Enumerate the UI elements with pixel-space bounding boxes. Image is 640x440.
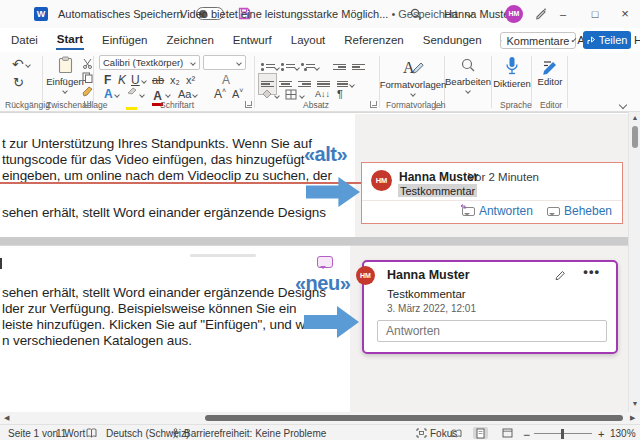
inking-pen-icon[interactable]: [534, 7, 547, 20]
horizontal-scroll-thumb[interactable]: [205, 415, 623, 421]
copy-button[interactable]: [82, 72, 93, 83]
tab-hilfe[interactable]: Hilfe: [633, 32, 640, 48]
word-logo-icon: W: [34, 7, 48, 21]
scroll-left-icon[interactable]: ◀: [4, 414, 9, 422]
format-painter-button[interactable]: [82, 86, 94, 97]
borders-button[interactable]: [285, 89, 297, 100]
comments-button[interactable]: Kommentare: [500, 32, 576, 49]
superscript-button[interactable]: x²: [186, 74, 195, 86]
paste-button[interactable]: Einfügen: [48, 56, 82, 93]
multilevel-list-button[interactable]: [301, 58, 319, 76]
tab-zeichnen[interactable]: Zeichnen: [165, 32, 214, 48]
styles-dialog-launcher[interactable]: [435, 101, 442, 108]
subscript-button[interactable]: x₂: [170, 74, 180, 86]
zoom-level[interactable]: 130%: [610, 428, 636, 439]
vertical-scrollbar[interactable]: ▲ ▼: [628, 112, 640, 412]
new-comments-pane: sehen erhält, stellt Word einander ergän…: [0, 245, 628, 412]
underline-button[interactable]: U: [131, 73, 140, 87]
focus-icon[interactable]: [416, 428, 427, 438]
vertical-scroll-thumb[interactable]: [632, 126, 638, 148]
scroll-up-icon[interactable]: ▲: [632, 114, 639, 121]
ribbon-collapse-chevron[interactable]: [619, 101, 627, 109]
clipboard-dialog-launcher[interactable]: [84, 101, 91, 108]
font-dialog-launcher[interactable]: [245, 101, 252, 108]
strikethrough-button[interactable]: ab: [152, 74, 164, 86]
comment-date: 3. März 2022, 12:01: [387, 303, 476, 314]
bold-button[interactable]: F: [104, 73, 111, 87]
paragraph-dialog-launcher[interactable]: [370, 101, 377, 108]
pane-separator: [0, 237, 640, 245]
document-title[interactable]: Video bietet eine leistungsstarke Möglic…: [180, 8, 410, 20]
align-right-button[interactable]: [298, 75, 311, 93]
zoom-in-button[interactable]: +: [598, 428, 604, 440]
web-layout-button[interactable]: [500, 427, 515, 439]
comment-card-old[interactable]: HM Hanna Muster Vor 2 Minuten Testkommen…: [361, 162, 623, 224]
print-layout-button[interactable]: [473, 427, 488, 439]
comment-card-new[interactable]: HM Hanna Muster ••• Testkommentar 3. Mär…: [362, 260, 618, 354]
resolve-link[interactable]: Beheben: [547, 204, 612, 218]
accessibility-icon[interactable]: [170, 428, 181, 439]
text-effects-chevron[interactable]: [114, 92, 120, 98]
numbered-list-button[interactable]: [281, 58, 299, 76]
underline-menu-chevron[interactable]: [141, 78, 147, 84]
highlight-color-button[interactable]: [126, 87, 138, 114]
zoom-out-button[interactable]: −: [523, 428, 530, 440]
zoom-slider-thumb[interactable]: [561, 429, 564, 439]
scroll-down-icon[interactable]: ▼: [632, 400, 639, 407]
italic-button[interactable]: K: [118, 73, 126, 87]
tab-referenzen[interactable]: Referenzen: [343, 32, 404, 48]
word-count[interactable]: 1 Wort: [56, 428, 85, 439]
reply-input[interactable]: Antworten: [377, 320, 607, 342]
read-mode-button[interactable]: [449, 427, 464, 439]
tab-datei[interactable]: Datei: [10, 32, 39, 48]
highlight-chevron[interactable]: [139, 92, 145, 98]
editing-button[interactable]: Bearbeiten: [448, 57, 488, 93]
change-case-button[interactable]: Aa: [178, 88, 191, 100]
minimize-button[interactable]: –: [554, 6, 572, 22]
user-name[interactable]: Hanna Muster: [444, 8, 513, 20]
more-actions-icon[interactable]: •••: [583, 264, 600, 279]
clear-formatting-button[interactable]: A: [222, 73, 230, 87]
text-effects-button[interactable]: A: [104, 87, 113, 101]
tab-layout[interactable]: Layout: [290, 32, 327, 48]
maximize-button[interactable]: □: [586, 6, 604, 22]
reply-link[interactable]: Antworten: [462, 204, 533, 218]
horizontal-scrollbar[interactable]: ◀ ▶: [0, 412, 640, 424]
pilcrow-button[interactable]: ¶: [337, 88, 343, 100]
title-bar: W Automatisches Speichern Video bietet e…: [0, 0, 640, 28]
user-avatar[interactable]: HM: [505, 5, 523, 23]
undo-button[interactable]: ↶: [12, 57, 30, 71]
proofing-icon[interactable]: [86, 428, 97, 438]
tab-sendungen[interactable]: Sendungen: [422, 32, 483, 48]
sort-button[interactable]: A↓↓: [315, 89, 330, 99]
accessibility-status[interactable]: Barrierefreiheit: Keine Probleme: [184, 428, 326, 439]
increase-indent-button[interactable]: [352, 58, 365, 76]
tab-start[interactable]: Start: [56, 31, 84, 50]
redo-button[interactable]: ↻: [13, 76, 24, 89]
shading-button[interactable]: [261, 89, 273, 99]
tab-entwurf[interactable]: Entwurf: [232, 32, 273, 48]
share-button[interactable]: Teilen: [583, 31, 631, 49]
close-button[interactable]: ×: [616, 6, 634, 22]
decrease-indent-button[interactable]: [333, 58, 346, 76]
font-size-select[interactable]: [203, 55, 246, 70]
comment-time: Vor 2 Minuten: [468, 171, 539, 183]
edit-comment-icon[interactable]: [554, 268, 566, 280]
dictate-button[interactable]: Diktieren: [496, 56, 528, 89]
styles-button[interactable]: A Formatvorlagen: [384, 57, 442, 96]
editor-button[interactable]: Editor: [535, 56, 565, 87]
borders-chevron[interactable]: [299, 93, 305, 99]
search-icon[interactable]: [410, 8, 422, 20]
font-color-chevron[interactable]: [165, 92, 171, 98]
shrink-font-button[interactable]: A˅: [232, 87, 243, 100]
font-name-select[interactable]: Calibri (Textkörper): [99, 55, 200, 70]
grow-font-button[interactable]: A˄: [214, 87, 226, 101]
doc-text-line: lder zur Verfügung. Beispielsweise könne…: [2, 301, 297, 316]
change-case-chevron[interactable]: [192, 92, 198, 98]
scroll-right-icon[interactable]: ▶: [630, 414, 635, 422]
shading-chevron[interactable]: [274, 93, 280, 99]
tab-einfuegen[interactable]: Einfügen: [101, 32, 148, 48]
group-label-paragraph: Absatz: [303, 100, 329, 110]
cut-button[interactable]: [82, 58, 93, 69]
share-icon: [587, 36, 596, 45]
